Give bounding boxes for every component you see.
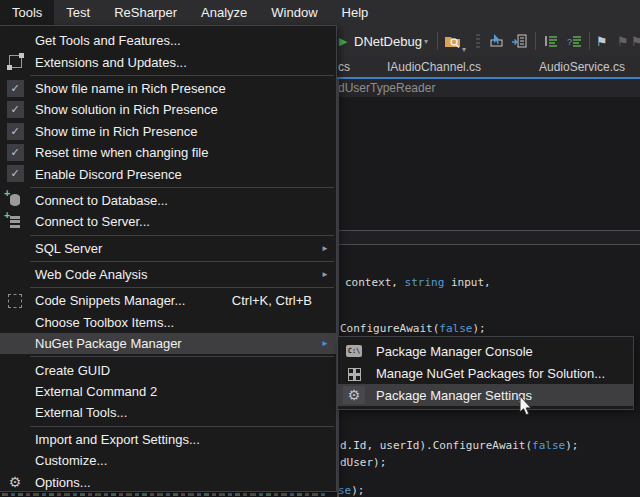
check-icon: ✓ [7, 80, 24, 97]
find-in-files-button[interactable] [444, 33, 461, 49]
menu-item-label: Code Snippets Manager... [35, 293, 185, 308]
menu-item-label: Get Tools and Features... [35, 33, 181, 48]
extensions-icon [9, 55, 22, 68]
menu-item-icon-slot: ✓ [4, 100, 26, 119]
next-bookmark-button[interactable]: ⚑ [631, 33, 640, 49]
chevron-down-icon: ▾ [424, 37, 428, 46]
run-config-label: DNetDebug [354, 34, 422, 49]
gear-icon: ⚙ [348, 387, 361, 403]
bookmark-next-icon: ⚑ [631, 34, 640, 49]
nuget-submenu: C:\Package Manager ConsoleManage NuGet P… [337, 336, 634, 410]
code-segment: ); [565, 439, 578, 452]
menu-item[interactable]: Connect to Server... [0, 211, 336, 232]
menu-item[interactable]: Create GUID [0, 359, 336, 380]
menubar-item-analyze[interactable]: Analyze [189, 0, 259, 25]
menu-item-icon-slot [4, 334, 26, 353]
document-tab[interactable]: IAudioChannel.cs [387, 57, 481, 77]
menu-item[interactable]: External Command 2 [0, 381, 336, 402]
menu-item[interactable]: ✓Show solution in Rich Presence [0, 99, 336, 120]
copy-lines-icon [510, 33, 528, 49]
code-segment: ); [472, 322, 485, 335]
menubar-item-help[interactable]: Help [330, 0, 381, 25]
submenu-item-icon-slot [343, 364, 365, 382]
menu-item[interactable]: Code Snippets Manager...Ctrl+K, Ctrl+B [0, 290, 336, 311]
console-icon: C:\ [346, 345, 362, 357]
menu-item[interactable]: Choose Toolbox Items... [0, 312, 336, 333]
document-tab[interactable]: AudioService.cs [539, 57, 625, 77]
menu-item-label: Show file name in Rich Presence [35, 81, 226, 96]
menu-item[interactable]: ✓Enable Discord Presence [0, 163, 336, 184]
copy-structure-button[interactable] [510, 33, 528, 49]
navigate-cursor-icon [487, 33, 505, 49]
menubar-item-window[interactable]: Window [259, 0, 329, 25]
menu-item-icon-slot [4, 31, 26, 50]
menu-shadow-line [337, 79, 339, 497]
check-icon: ✓ [7, 165, 24, 182]
menu-item[interactable]: SQL Server► [0, 238, 336, 259]
run-config-dropdown[interactable]: DNetDebug [354, 33, 422, 49]
submenu-item[interactable]: ⚙Package Manager Settings [338, 384, 633, 406]
menu-item-label: External Tools... [35, 405, 127, 420]
code-segment: d.Id, userId).ConfigureAwait( [340, 439, 532, 452]
breadcrumb[interactable]: dUserTypeReader [338, 79, 435, 97]
menu-item[interactable]: NuGet Package Manager► [0, 333, 336, 354]
submenu-item-label: Package Manager Settings [376, 388, 532, 403]
toolbar-separator [437, 32, 438, 50]
toolbar-grip[interactable] [476, 34, 480, 49]
gear-icon: ⚙ [9, 474, 22, 490]
menubar-item-test[interactable]: Test [54, 0, 102, 25]
format-lines-alt-icon: ? [566, 33, 582, 49]
menu-item-label: Enable Discord Presence [35, 167, 182, 182]
format-document-button[interactable] [543, 33, 559, 49]
mouse-cursor [519, 395, 534, 417]
code-segment: ConfigureAwait( [340, 322, 439, 335]
menu-item[interactable]: ✓Reset time when changing file [0, 142, 336, 163]
menu-item-label: Show solution in Rich Presence [35, 102, 218, 117]
bookmark-prev-icon: ⚑ [617, 34, 629, 49]
navigate-to-button[interactable] [487, 33, 505, 49]
document-tab[interactable]: cs [338, 57, 350, 77]
menu-item-label: External Command 2 [35, 384, 157, 399]
menu-item-label: Show time in Rich Presence [35, 124, 198, 139]
find-options-caret[interactable]: ▾ [462, 41, 466, 57]
menu-item[interactable]: Extensions and Updates... [0, 51, 336, 72]
menu-item[interactable]: Web Code Analysis► [0, 264, 336, 285]
menu-item-icon-slot [4, 430, 26, 449]
code-line: d.Id, userId).ConfigureAwait(false); [340, 439, 578, 453]
clipped-code-sliver [2, 493, 328, 496]
menu-item-icon-slot [4, 265, 26, 284]
menu-item-icon-slot [4, 191, 26, 210]
menu-item-icon-slot: ✓ [4, 143, 26, 162]
menu-item-icon-slot [4, 52, 26, 71]
menu-item[interactable]: Connect to Database... [0, 190, 336, 211]
toolbar-separator [589, 32, 590, 50]
find-in-files-icon [444, 33, 461, 49]
submenu-item[interactable]: C:\Package Manager Console [338, 340, 633, 362]
menu-item-icon-slot [4, 382, 26, 401]
submenu-item[interactable]: Manage NuGet Packages for Solution... [338, 362, 633, 384]
toggle-bookmark-button[interactable]: ⚑ [596, 33, 608, 49]
run-config-caret[interactable]: ▾ [424, 33, 428, 49]
menu-bar: ToolsTestReSharperAnalyzeWindowHelp [0, 0, 640, 25]
menu-item-label: Connect to Database... [35, 193, 168, 208]
menu-item[interactable]: ⚙Options... [0, 471, 336, 492]
menu-item[interactable]: Customize... [0, 450, 336, 471]
menu-item[interactable]: External Tools... [0, 402, 336, 423]
menubar-item-resharper[interactable]: ReSharper [102, 0, 189, 25]
menu-item-icon-slot [4, 212, 26, 231]
submenu-arrow-icon: ► [321, 244, 329, 253]
menu-item-icon-slot [4, 360, 26, 379]
menu-item[interactable]: Import and Export Settings... [0, 429, 336, 450]
menu-item[interactable]: ✓Show file name in Rich Presence [0, 78, 336, 99]
menu-item-label: Options... [35, 475, 91, 490]
menu-item-label: Customize... [35, 453, 107, 468]
code-line: ConfigureAwait(false); [340, 322, 486, 336]
menu-item[interactable]: ✓Show time in Rich Presence [0, 121, 336, 142]
menubar-item-tools[interactable]: Tools [0, 0, 54, 25]
format-selection-button[interactable]: ? [566, 33, 582, 49]
code-segment: dUser); [340, 456, 386, 469]
database-add-icon [10, 194, 20, 206]
run-button[interactable]: ▶ [339, 33, 347, 49]
prev-bookmark-button[interactable]: ⚑ [617, 33, 629, 49]
menu-item[interactable]: Get Tools and Features... [0, 30, 336, 51]
